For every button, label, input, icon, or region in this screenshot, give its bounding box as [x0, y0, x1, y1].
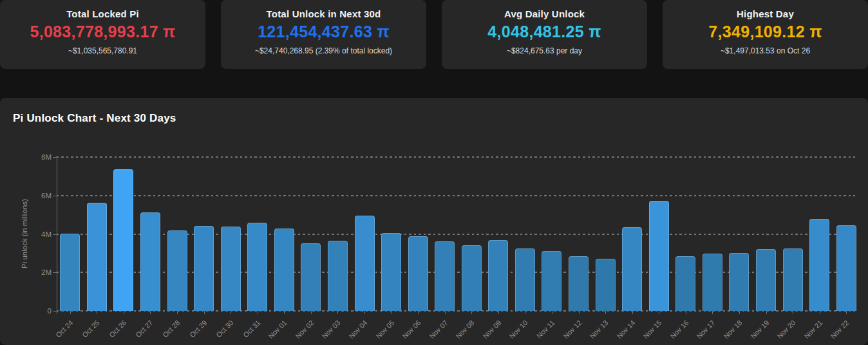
- x-axis-tick: [364, 311, 365, 314]
- bar-oct-27[interactable]: [140, 212, 160, 311]
- bar-nov-07[interactable]: [435, 241, 455, 311]
- bar-nov-05[interactable]: [381, 233, 401, 311]
- bar-oct-31[interactable]: [247, 223, 267, 311]
- bar-oct-30[interactable]: [221, 227, 241, 311]
- bar-nov-16[interactable]: [675, 256, 695, 311]
- card-avg-daily-unlock: Avg Daily Unlock 4,048,481.25 π ~$824,67…: [442, 0, 647, 69]
- bar-nov-08[interactable]: [462, 245, 482, 311]
- bar-oct-29[interactable]: [194, 226, 214, 311]
- bar-nov-19[interactable]: [756, 249, 776, 311]
- card-subtitle: ~$824,675.63 per day: [442, 46, 647, 55]
- stat-cards-row: Total Locked Pi 5,083,778,993.17 π ~$1,0…: [0, 0, 868, 69]
- y-axis-tick: [53, 311, 57, 312]
- bar-nov-20[interactable]: [783, 248, 803, 311]
- bar-chart-plot-area: Oct 24Oct 25Oct 26Oct 27Oct 28Oct 29Oct …: [57, 157, 860, 311]
- bar-nov-06[interactable]: [408, 236, 428, 311]
- x-axis-tick: [445, 311, 446, 314]
- card-subtitle: ~$24,740,268.95 (2.39% of total locked): [221, 46, 426, 55]
- x-axis-tick: [177, 311, 178, 314]
- bar-oct-26[interactable]: [113, 169, 133, 311]
- x-axis-tick: [632, 311, 633, 314]
- y-tick-label: 0: [27, 308, 52, 315]
- x-axis-tick: [605, 311, 606, 314]
- bar-oct-25[interactable]: [87, 203, 107, 311]
- bar-nov-10[interactable]: [515, 248, 535, 311]
- x-axis-tick: [124, 311, 124, 314]
- bar-nov-21[interactable]: [809, 219, 829, 311]
- bar-nov-02[interactable]: [301, 243, 321, 311]
- x-axis-tick: [525, 311, 525, 314]
- x-axis-tick: [846, 311, 847, 314]
- bar-nov-13[interactable]: [596, 259, 616, 311]
- bar-nov-01[interactable]: [274, 228, 294, 311]
- chart-title: Pi Unlock Chart - Next 30 Days: [13, 112, 176, 125]
- gridline-6M: [57, 195, 855, 196]
- x-axis-tick: [231, 311, 231, 314]
- card-total-locked-pi: Total Locked Pi 5,083,778,993.17 π ~$1,0…: [0, 0, 205, 69]
- bar-oct-24[interactable]: [60, 234, 80, 311]
- x-tick-label: Oct 24: [41, 319, 74, 345]
- card-subtitle: ~$1,035,565,780.91: [0, 46, 205, 55]
- x-axis-tick: [150, 311, 151, 314]
- x-axis-tick: [418, 311, 419, 314]
- bar-nov-15[interactable]: [649, 201, 669, 311]
- bar-nov-12[interactable]: [569, 256, 589, 311]
- x-axis-tick: [70, 311, 71, 314]
- x-axis-tick: [284, 311, 285, 314]
- card-value: 4,048,481.25 π: [442, 23, 647, 41]
- y-tick-label: 2M: [27, 269, 52, 276]
- card-title: Total Locked Pi: [0, 8, 205, 19]
- x-axis-tick: [820, 311, 820, 314]
- card-value: 5,083,778,993.17 π: [0, 23, 205, 41]
- card-highest-day: Highest Day 7,349,109.12 π ~$1,497,013.5…: [663, 0, 868, 69]
- y-axis-tick: [53, 196, 57, 196]
- card-title: Avg Daily Unlock: [442, 8, 647, 19]
- x-axis-tick: [337, 311, 338, 314]
- x-axis-tick: [766, 311, 767, 314]
- bar-nov-22[interactable]: [836, 225, 856, 311]
- bar-nov-18[interactable]: [729, 253, 749, 311]
- card-title: Highest Day: [663, 8, 868, 19]
- card-value: 121,454,437.63 π: [221, 23, 426, 41]
- y-tick-label: 6M: [27, 192, 52, 200]
- bar-oct-28[interactable]: [167, 230, 187, 311]
- bar-nov-04[interactable]: [355, 216, 375, 311]
- x-axis-tick: [552, 311, 552, 314]
- x-axis-tick: [659, 311, 659, 314]
- y-tick-label: 8M: [27, 154, 52, 161]
- y-axis-tick: [53, 157, 57, 158]
- bar-nov-14[interactable]: [622, 227, 642, 311]
- bar-nov-17[interactable]: [703, 254, 722, 311]
- x-axis-tick: [579, 311, 580, 314]
- card-total-unlock-30d: Total Unlock in Next 30d 121,454,437.63 …: [221, 0, 426, 69]
- x-axis-tick: [686, 311, 686, 314]
- x-axis-tick: [739, 311, 740, 314]
- gridline-8M: [57, 156, 855, 158]
- card-value: 7,349,109.12 π: [663, 23, 868, 41]
- unlock-chart-panel: Pi Unlock Chart - Next 30 Days Pi unlock…: [0, 98, 868, 345]
- bar-nov-11[interactable]: [542, 251, 561, 311]
- card-title: Total Unlock in Next 30d: [221, 8, 426, 19]
- x-axis-tick: [311, 311, 312, 314]
- x-axis-tick: [712, 311, 713, 314]
- x-axis-tick: [392, 311, 392, 314]
- card-subtitle: ~$1,497,013.53 on Oct 26: [663, 46, 868, 55]
- bar-nov-03[interactable]: [328, 241, 348, 311]
- x-axis-tick: [498, 311, 499, 314]
- y-axis-tick: [53, 234, 57, 235]
- x-axis-tick: [258, 311, 258, 314]
- x-axis-tick: [97, 311, 97, 314]
- y-axis-tick: [53, 272, 57, 273]
- x-axis-tick: [793, 311, 793, 314]
- y-tick-label: 4M: [27, 231, 52, 238]
- x-axis-tick: [204, 311, 205, 314]
- x-axis-tick: [471, 311, 472, 314]
- bar-nov-09[interactable]: [488, 240, 508, 311]
